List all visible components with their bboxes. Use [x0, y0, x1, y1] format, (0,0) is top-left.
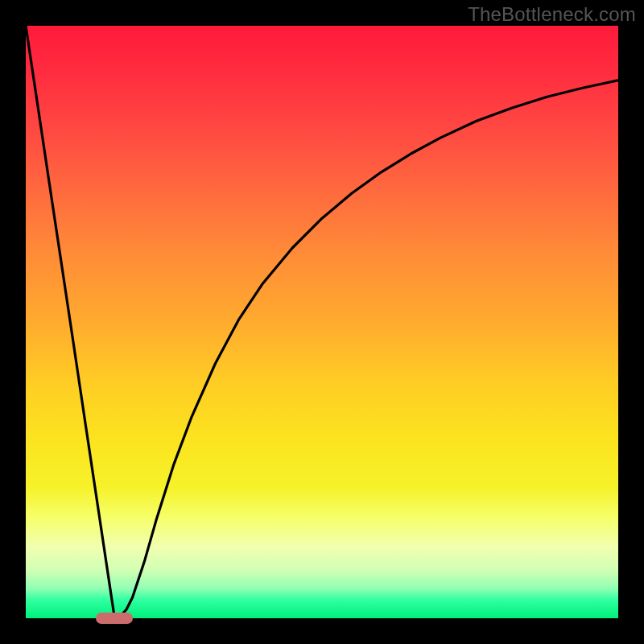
- bottleneck-curve: [26, 26, 618, 618]
- watermark-text: TheBottleneck.com: [468, 3, 636, 26]
- curve-layer: [26, 26, 618, 618]
- optimal-point-marker: [96, 613, 133, 624]
- chart-frame: TheBottleneck.com: [0, 0, 644, 644]
- plot-area: [26, 26, 618, 618]
